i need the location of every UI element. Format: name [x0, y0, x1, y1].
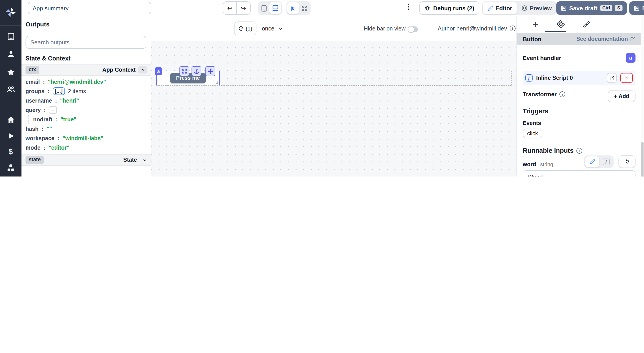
transformer-title: Transformeri: [523, 91, 565, 98]
click-event-chip: click: [523, 129, 542, 138]
move-handle-icon[interactable]: [206, 66, 215, 76]
state-chip: state: [26, 156, 44, 164]
resize-handle[interactable]: [216, 81, 218, 84]
tab-preview[interactable]: Preview: [517, 2, 556, 14]
star-icon[interactable]: [0, 66, 22, 78]
hide-bar-label: Hide bar on view: [364, 26, 406, 32]
schedule-dropdown[interactable]: once: [262, 25, 283, 32]
topbar: App summary ↩ ↪ |0| ⋮ Debug runs (2): [22, 0, 644, 16]
anchor-handle-icon[interactable]: [192, 66, 202, 76]
refresh-button[interactable]: (1): [234, 22, 256, 35]
deploy-button[interactable]: Deploy: [629, 1, 644, 15]
home-icon[interactable]: [0, 114, 22, 125]
output-kv-row: groups:[...]2 items: [22, 87, 151, 96]
device-toggle: [258, 1, 282, 15]
ctx-section-row[interactable]: ctx App Context: [22, 64, 151, 76]
tab-styling[interactable]: [574, 16, 599, 32]
buildings-icon[interactable]: [0, 31, 22, 42]
component-type: Button: [523, 36, 542, 42]
ctx-chip: ctx: [26, 66, 39, 74]
tab-insert[interactable]: [523, 16, 548, 32]
hide-bar-toggle[interactable]: [408, 27, 418, 32]
function-icon: ƒ: [526, 74, 532, 82]
output-kv-row: query:-: [22, 105, 151, 115]
windmill-logo[interactable]: [0, 6, 22, 18]
kebab-menu[interactable]: ⋮: [406, 3, 412, 11]
app-canvas: (1) once Hide bar on view Author henri@w…: [151, 16, 516, 177]
layout-toggle: |0|: [286, 1, 310, 15]
play-icon[interactable]: [0, 130, 22, 142]
static-template-toggle: ƒ: [584, 155, 614, 168]
chevron-down-icon: [278, 26, 283, 31]
windmill-app-editor: $ App summary ↩ ↪ |0| ⋮ Debug runs (2): [0, 0, 644, 177]
output-kv-row: hash:"": [22, 124, 151, 134]
output-kv-row: username:"henri": [22, 96, 151, 105]
search-outputs-input[interactable]: Search outputs...: [26, 36, 146, 49]
remove-script-button[interactable]: [620, 73, 633, 83]
state-section-row[interactable]: state State: [22, 154, 151, 166]
add-transformer-button[interactable]: + Add: [608, 91, 636, 102]
word-value-input[interactable]: Weird: [523, 170, 636, 177]
chevron-up-icon[interactable]: [138, 66, 147, 74]
word-input-label: word string: [523, 161, 553, 168]
user-icon[interactable]: [0, 48, 22, 60]
event-handler-script-row[interactable]: ƒ Inline Script 0: [523, 71, 636, 85]
output-kv-row: nodraft:"true": [22, 115, 151, 124]
dollar-icon[interactable]: $: [0, 146, 22, 158]
outputs-title: Outputs: [26, 21, 50, 28]
connect-plug-button[interactable]: [618, 155, 636, 168]
event-handler-title: Event handler: [523, 55, 561, 61]
info-icon[interactable]: i: [510, 26, 516, 31]
triggers-title: Triggers: [523, 108, 548, 115]
settings-panel: Button See documentation Event handler a…: [516, 16, 641, 177]
fx-mode-button[interactable]: ƒ: [600, 158, 613, 165]
state-context-title: State & Context: [26, 55, 70, 62]
info-icon[interactable]: i: [560, 91, 565, 97]
desktop-icon[interactable]: [270, 2, 281, 14]
external-link-icon: [630, 36, 636, 42]
expand-handle-icon[interactable]: [180, 66, 189, 76]
users-icon[interactable]: [0, 84, 22, 95]
output-kv-row: workspace:"windmill-labs": [22, 134, 151, 143]
component-id-badge: a: [155, 67, 162, 75]
output-kv-row: mode:"editor": [22, 143, 151, 152]
array-expand-chip[interactable]: [...]: [52, 87, 65, 95]
component-badge: a: [626, 53, 636, 63]
tab-editor[interactable]: Editor: [483, 2, 517, 14]
tab-settings[interactable]: [548, 16, 573, 32]
undo-redo-group: ↩ ↪: [223, 1, 250, 15]
app-summary-input[interactable]: App summary: [28, 2, 151, 14]
outputs-panel: Outputs Search outputs... State & Contex…: [22, 16, 151, 177]
events-title: Events: [523, 120, 541, 126]
redo-button[interactable]: ↪: [237, 2, 250, 14]
info-icon[interactable]: i: [576, 148, 582, 153]
see-documentation-link[interactable]: See documentation: [576, 36, 636, 42]
scrollbar[interactable]: [641, 16, 644, 177]
component-header-band: Button See documentation: [517, 33, 641, 45]
author-info: Author henri@windmill.devi: [438, 25, 516, 32]
app-sidebar: $: [0, 0, 22, 177]
editor-preview-toggle: Editor Preview: [482, 1, 557, 15]
output-kv-row: email:"henri@windmill.dev": [22, 77, 151, 87]
cubes-icon[interactable]: [0, 162, 22, 174]
empty-value-chip[interactable]: -: [49, 106, 57, 114]
fullwidth-icon[interactable]: [299, 2, 310, 14]
runnable-inputs-title: Runnable Inputsi: [523, 147, 582, 154]
open-script-button[interactable]: [607, 73, 617, 83]
canvas-grid[interactable]: Press me a − 100% +: [151, 41, 516, 177]
center-layout-icon[interactable]: |0|: [287, 2, 299, 14]
chevron-down-icon[interactable]: [142, 157, 147, 162]
pencil-mode-button[interactable]: [585, 156, 600, 168]
save-draft-button[interactable]: Save draft CtrlS: [556, 1, 627, 15]
debug-runs-button[interactable]: Debug runs (2): [419, 1, 479, 15]
undo-button[interactable]: ↩: [223, 2, 237, 14]
mobile-icon[interactable]: [259, 2, 270, 14]
